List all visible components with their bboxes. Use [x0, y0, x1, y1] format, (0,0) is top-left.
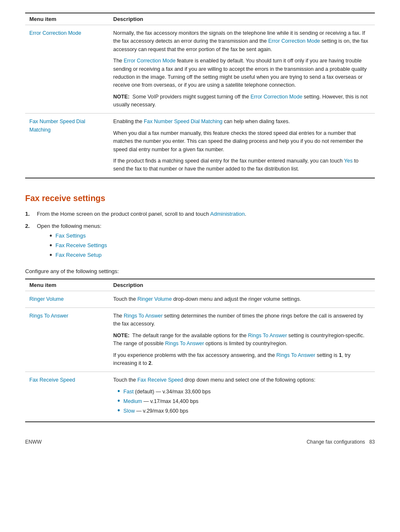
fax-receive-setup-link[interactable]: Fax Receive Setup: [55, 252, 101, 258]
speed-option-medium: • Medium — v.17/max 14,400 bps: [117, 398, 371, 405]
bottom-settings-table: Menu item Description Ringer Volume Touc…: [25, 279, 375, 422]
top-settings-table: Menu item Description Error Correction M…: [25, 13, 375, 178]
footer-left: ENWW: [25, 439, 42, 445]
bullet-item-2: • Fax Receive Settings: [49, 242, 375, 249]
desc-error-correction: Normally, the fax accessory monitors the…: [109, 25, 375, 114]
error-correction-link[interactable]: Error Correction Mode: [29, 30, 81, 36]
ecm-link-3[interactable]: Error Correction Mode: [250, 94, 302, 100]
menu-item-fax-receive-speed: Fax Receive Speed: [25, 372, 109, 422]
desc-speed-dial: Enabling the Fax Number Speed Dial Match…: [109, 114, 375, 178]
bullet-item-1: • Fax Settings: [49, 232, 375, 240]
fast-link[interactable]: Fast: [123, 389, 133, 395]
rta-link-4[interactable]: Rings To Answer: [276, 352, 315, 358]
medium-link[interactable]: Medium: [123, 398, 142, 404]
sub-bullet-dot-2: •: [117, 397, 120, 405]
footer-right: Change fax configurations 83: [306, 439, 375, 445]
menu-item-speed-dial: Fax Number Speed Dial Matching: [25, 114, 109, 178]
step2-content: Open the following menus: • Fax Settings…: [37, 223, 375, 262]
frs-link-1[interactable]: Fax Receive Speed: [138, 377, 183, 383]
step2-text: Open the following menus:: [37, 223, 101, 229]
sub-bullet-dot-3: •: [117, 407, 120, 414]
sub-bullet-dot-1: •: [117, 387, 120, 395]
bullet-item-3: • Fax Receive Setup: [49, 252, 375, 259]
rings-to-answer-link[interactable]: Rings To Answer: [29, 313, 68, 319]
ringer-volume-link-2[interactable]: Ringer Volume: [138, 296, 172, 302]
speed-dial-link[interactable]: Fax Number Speed Dial Matching: [29, 119, 85, 132]
step-1: 1. From the Home screen on the product c…: [25, 211, 375, 217]
fax-receive-settings-link[interactable]: Fax Receive Settings: [55, 242, 107, 248]
section-heading: Fax receive settings: [25, 194, 375, 203]
desc-fax-receive-speed: Touch the Fax Receive Speed drop down me…: [109, 372, 375, 422]
table-row: Error Correction Mode Normally, the fax …: [25, 25, 375, 114]
footer-right-text: Change fax configurations: [306, 439, 365, 445]
ecm-link-1[interactable]: Error Correction Mode: [268, 38, 320, 44]
slow-link[interactable]: Slow: [123, 408, 135, 414]
note-label: NOTE:: [113, 94, 130, 100]
table-row: Ringer Volume Touch the Ringer Volume dr…: [25, 291, 375, 307]
menu-item-rings-to-answer: Rings To Answer: [25, 308, 109, 372]
menu-item-ringer-volume: Ringer Volume: [25, 291, 109, 307]
page-footer: ENWW Change fax configurations 83: [25, 439, 375, 445]
desc-rings-to-answer: The Rings To Answer setting determines t…: [109, 308, 375, 372]
bullet-dot-2: •: [49, 242, 52, 249]
col1-header: Menu item: [25, 13, 109, 25]
step2-num: 2.: [25, 223, 34, 229]
configure-text: Configure any of the following settings:: [25, 268, 375, 274]
note-label-2: NOTE:: [113, 333, 130, 338]
step1-content: From the Home screen on the product cont…: [37, 211, 375, 217]
table-row: Fax Number Speed Dial Matching Enabling …: [25, 114, 375, 178]
bullet-dot-3: •: [49, 251, 52, 259]
fax-receive-speed-link[interactable]: Fax Receive Speed: [29, 377, 75, 383]
menu-bullets: • Fax Settings • Fax Receive Settings • …: [37, 232, 375, 259]
fax-settings-link[interactable]: Fax Settings: [55, 232, 86, 239]
footer-page-num: 83: [369, 439, 375, 445]
ringer-volume-link[interactable]: Ringer Volume: [29, 296, 64, 302]
step-2: 2. Open the following menus: • Fax Setti…: [25, 223, 375, 262]
bottom-col2-header: Description: [109, 279, 375, 291]
speed-option-fast: • Fast (default) — v.34/max 33,600 bps: [117, 388, 371, 396]
step1-num: 1.: [25, 211, 34, 217]
ecm-link-2[interactable]: Error Correction Mode: [124, 58, 176, 64]
speed-dial-link-2[interactable]: Fax Number Speed Dial Matching: [144, 119, 223, 124]
speed-option-slow: • Slow — v.29/max 9,600 bps: [117, 407, 371, 415]
bottom-col1-header: Menu item: [25, 279, 109, 291]
table-row: Rings To Answer The Rings To Answer sett…: [25, 308, 375, 372]
desc-ringer-volume: Touch the Ringer Volume drop-down menu a…: [109, 291, 375, 307]
menu-item-error-correction: Error Correction Mode: [25, 25, 109, 114]
col2-header: Description: [109, 13, 375, 25]
steps-list: 1. From the Home screen on the product c…: [25, 211, 375, 262]
bullet-dot-1: •: [49, 232, 52, 240]
administration-link[interactable]: Administration: [210, 211, 244, 217]
rta-link-3[interactable]: Rings To Answer: [165, 341, 204, 346]
speed-options-list: • Fast (default) — v.34/max 33,600 bps •…: [113, 388, 371, 416]
step1-text: From the Home screen on the product cont…: [37, 211, 210, 217]
yes-link[interactable]: Yes: [344, 158, 353, 164]
rta-link-2[interactable]: Rings To Answer: [248, 333, 287, 338]
table-row: Fax Receive Speed Touch the Fax Receive …: [25, 372, 375, 422]
rta-link-1[interactable]: Rings To Answer: [124, 313, 163, 319]
